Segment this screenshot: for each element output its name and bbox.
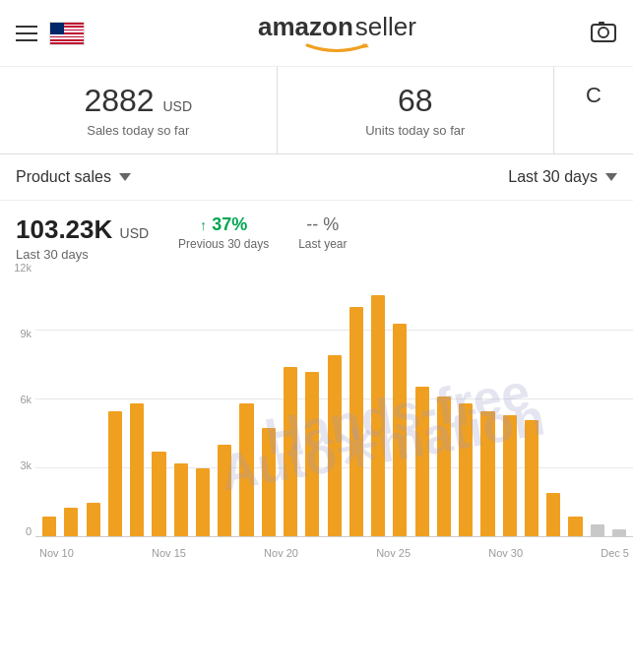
stat-extra-value: C — [574, 83, 613, 108]
bar-wrap-11 — [281, 367, 300, 536]
bar-wrap-13 — [324, 355, 344, 536]
bar-wrap-16 — [390, 324, 410, 536]
bar-wrap-10 — [259, 428, 279, 536]
bar-26 — [612, 529, 626, 536]
bar-20 — [480, 411, 494, 536]
logo-seller: seller — [355, 12, 416, 42]
metrics-main: 103.23K USD Last 30 days ↑ 37% Previous … — [16, 214, 617, 262]
arrow-up-icon: ↑ — [200, 217, 207, 233]
metric-dash: -- % Last year — [298, 214, 347, 251]
amazon-smile-icon — [302, 42, 371, 54]
bar-wrap-17 — [412, 387, 432, 536]
svg-point-2 — [599, 28, 608, 37]
bar-18 — [437, 397, 451, 536]
x-label-nov15: Nov 15 — [152, 547, 186, 559]
bar-wrap-18 — [434, 397, 454, 536]
bar-wrap-5 — [149, 452, 168, 536]
bar-0 — [42, 517, 56, 536]
logo-amazon: amazon — [258, 12, 353, 42]
bar-wrap-3 — [105, 411, 125, 536]
bar-wrap-21 — [500, 415, 520, 536]
bar-25 — [591, 524, 604, 536]
country-flag[interactable] — [49, 22, 85, 45]
bar-8 — [218, 445, 231, 536]
stat-units-value: 68 — [297, 83, 535, 119]
x-label-nov10: Nov 10 — [39, 547, 74, 559]
y-label-0: 0 — [4, 525, 32, 537]
bar-10 — [262, 428, 276, 536]
stat-sales-label: Sales today so far — [20, 123, 257, 138]
filter-period-selector[interactable]: Last 30 days — [508, 168, 617, 186]
bar-wrap-7 — [193, 468, 213, 536]
x-label-nov30: Nov 30 — [488, 547, 523, 559]
x-label-nov20: Nov 20 — [264, 547, 298, 559]
stats-row: 2882 USD Sales today so far 68 Units tod… — [0, 67, 633, 154]
filter-row: Product sales Last 30 days — [0, 154, 633, 201]
chevron-period-icon — [605, 173, 617, 181]
x-label-nov25: Nov 25 — [376, 547, 411, 559]
sales-chart: Hands-free Auto✳mation 0 3k 6k 9k 12k No… — [0, 262, 633, 567]
bar-wrap-22 — [522, 420, 541, 536]
metric-change-value: ↑ 37% — [178, 214, 269, 235]
stat-sales-value: 2882 USD — [20, 83, 257, 119]
y-axis: 0 3k 6k 9k 12k — [0, 262, 35, 537]
chevron-product-icon — [119, 173, 131, 181]
hamburger-menu[interactable] — [16, 26, 37, 41]
stat-card-extra: C — [554, 67, 633, 153]
stat-card-units: 68 Units today so far — [278, 67, 555, 153]
bar-16 — [393, 324, 407, 536]
bar-wrap-23 — [543, 493, 563, 536]
x-label-dec5: Dec 5 — [601, 547, 629, 559]
metrics-section: 103.23K USD Last 30 days ↑ 37% Previous … — [0, 201, 633, 262]
bar-wrap-20 — [477, 411, 497, 536]
filter-period-label: Last 30 days — [508, 168, 598, 186]
bar-wrap-24 — [565, 517, 585, 536]
bar-wrap-1 — [61, 508, 81, 536]
bar-wrap-26 — [609, 529, 629, 536]
filter-product-selector[interactable]: Product sales — [16, 168, 131, 186]
bar-wrap-6 — [171, 463, 191, 536]
x-labels: Nov 10 Nov 15 Nov 20 Nov 25 Nov 30 Dec 5 — [35, 547, 633, 559]
camera-icon — [590, 18, 617, 45]
camera-button[interactable] — [590, 18, 617, 49]
bar-15 — [371, 295, 385, 536]
bar-wrap-25 — [588, 524, 607, 536]
bar-6 — [174, 463, 188, 536]
bar-17 — [415, 387, 429, 536]
bar-4 — [130, 403, 144, 536]
metric-change-label: Previous 30 days — [178, 237, 269, 251]
app-header: amazon seller — [0, 0, 633, 67]
chart-bars — [35, 262, 633, 537]
bar-24 — [568, 517, 582, 536]
bar-23 — [546, 493, 560, 536]
bar-wrap-15 — [368, 295, 388, 536]
bar-21 — [503, 415, 517, 536]
bar-13 — [328, 355, 342, 536]
bar-2 — [87, 503, 100, 536]
svg-rect-3 — [599, 22, 604, 26]
bar-22 — [525, 420, 538, 536]
y-label-9k: 9k — [4, 328, 32, 339]
bar-14 — [349, 307, 363, 536]
bar-19 — [459, 403, 473, 536]
bar-wrap-9 — [236, 403, 256, 536]
bar-wrap-0 — [39, 517, 59, 536]
metric-period-label: Last 30 days — [16, 247, 149, 262]
bar-wrap-2 — [84, 503, 103, 536]
metric-change: ↑ 37% Previous 30 days — [178, 214, 269, 251]
bar-12 — [305, 372, 319, 536]
bar-3 — [108, 411, 122, 536]
app-logo: amazon seller — [258, 12, 416, 54]
svg-marker-0 — [361, 43, 369, 48]
y-label-12k: 12k — [4, 262, 32, 274]
bar-5 — [152, 452, 165, 536]
metric-big-value: 103.23K USD — [16, 214, 149, 245]
y-label-6k: 6k — [4, 394, 32, 405]
bar-9 — [239, 403, 253, 536]
metric-dash-label: Last year — [298, 237, 347, 251]
stat-units-label: Units today so far — [297, 123, 535, 138]
bar-11 — [284, 367, 297, 536]
filter-product-label: Product sales — [16, 168, 111, 186]
bar-wrap-4 — [127, 403, 147, 536]
bar-7 — [196, 468, 210, 536]
